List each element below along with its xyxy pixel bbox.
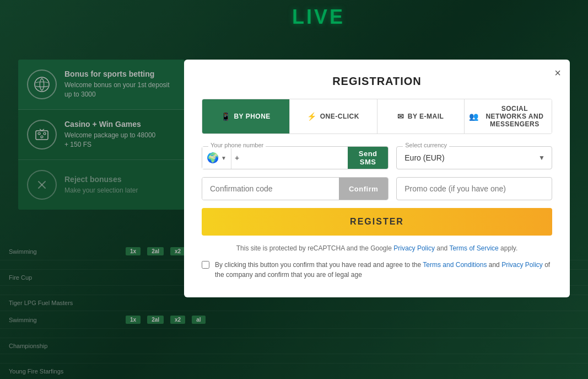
- flag-chevron-icon: ▼: [221, 155, 226, 161]
- privacy-policy2-link[interactable]: Privacy Policy: [501, 261, 543, 269]
- social-tab-icon: 👥: [469, 112, 479, 121]
- recaptcha-text: This site is protected by reCAPTCHA and …: [236, 244, 392, 252]
- confirm-button[interactable]: Confirm: [339, 178, 388, 200]
- phone-wrapper: 🌍 ▼ + Send SMS: [202, 146, 389, 169]
- terms-prefix: By clicking this button you confirm that…: [215, 261, 421, 269]
- registration-modal: × REGISTRATION 📱 BY PHONE ⚡ ONE-CLICK ✉ …: [184, 60, 570, 297]
- currency-wrapper: Euro (EUR) USD (USD) GBP (GBP) ▼: [396, 146, 552, 169]
- promo-code-input[interactable]: [397, 178, 552, 200]
- tab-social-label: SOCIAL NETWORKS AND MESSENGERS: [482, 105, 547, 128]
- currency-input-group: Select currency Euro (EUR) USD (USD) GBP…: [396, 146, 552, 169]
- form-row-1: Your phone number 🌍 ▼ + Send SMS Select …: [202, 146, 552, 169]
- terms-of-service-link[interactable]: Terms of Service: [449, 244, 498, 252]
- tab-social[interactable]: 👥 SOCIAL NETWORKS AND MESSENGERS: [465, 99, 552, 134]
- terms-and2: and: [489, 261, 501, 269]
- modal-title: REGISTRATION: [202, 75, 552, 88]
- tab-by-email[interactable]: ✉ BY E-MAIL: [377, 99, 465, 134]
- recaptcha-and: and: [436, 244, 449, 252]
- tab-by-email-label: BY E-MAIL: [408, 113, 444, 120]
- phone-label: Your phone number: [208, 142, 266, 148]
- privacy-policy-link[interactable]: Privacy Policy: [393, 244, 435, 252]
- register-button[interactable]: REGISTER: [202, 208, 552, 236]
- phone-number-input[interactable]: [242, 147, 348, 169]
- terms-text: By clicking this button you confirm that…: [215, 260, 552, 280]
- confirmation-wrapper: Confirm: [202, 177, 389, 200]
- registration-tabs: 📱 BY PHONE ⚡ ONE-CLICK ✉ BY E-MAIL 👥 SOC…: [202, 99, 552, 134]
- confirmation-code-input[interactable]: [202, 178, 339, 200]
- modal-close-button[interactable]: ×: [554, 67, 561, 78]
- confirmation-input-group: Confirm: [202, 177, 389, 200]
- recaptcha-notice: This site is protected by reCAPTCHA and …: [202, 244, 552, 252]
- currency-select[interactable]: Euro (EUR) USD (USD) GBP (GBP): [397, 147, 552, 169]
- tab-by-phone-label: BY PHONE: [234, 113, 270, 120]
- globe-icon: 🌍: [207, 152, 219, 164]
- phone-plus: +: [231, 147, 242, 169]
- promo-input-group: [396, 177, 552, 200]
- terms-checkbox[interactable]: [202, 261, 209, 269]
- oneclick-tab-icon: ⚡: [307, 112, 317, 121]
- terms-and-conditions-link[interactable]: Terms and Conditions: [423, 261, 487, 269]
- phone-input-group: Your phone number 🌍 ▼ + Send SMS: [202, 146, 389, 169]
- tab-one-click[interactable]: ⚡ ONE-CLICK: [290, 99, 377, 134]
- email-tab-icon: ✉: [397, 112, 404, 121]
- tab-by-phone[interactable]: 📱 BY PHONE: [202, 99, 290, 134]
- form-row-2: Confirm: [202, 177, 552, 200]
- tab-one-click-label: ONE-CLICK: [320, 113, 359, 120]
- currency-label: Select currency: [403, 142, 449, 148]
- recaptcha-apply: apply.: [500, 244, 517, 252]
- promo-wrapper: [396, 177, 552, 200]
- phone-flag-selector[interactable]: 🌍 ▼: [202, 147, 231, 169]
- terms-row: By clicking this button you confirm that…: [202, 260, 552, 280]
- phone-tab-icon: 📱: [221, 112, 231, 121]
- send-sms-button[interactable]: Send SMS: [348, 147, 388, 169]
